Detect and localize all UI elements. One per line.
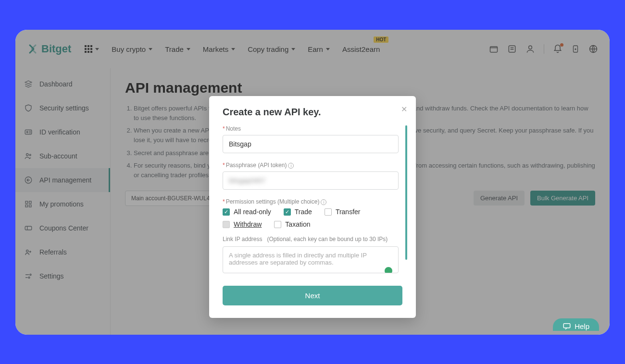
modal-title: Create a new API key. [223,107,402,118]
ip-label: Link IP address [223,236,262,243]
perm-withdraw[interactable]: Withdraw [223,220,262,228]
info-icon[interactable]: i [288,163,294,169]
app-window: Bitget Buy crypto Trade Markets Copy tra… [15,30,610,335]
info-icon[interactable]: i [321,199,326,205]
permissions-group: All read-only Trade Transfer Withdraw Ta… [223,208,399,228]
perm-all-read-only[interactable]: All read-only [223,208,271,216]
svg-rect-18 [563,324,570,328]
notes-label: *Notes [223,125,399,132]
checkbox-icon [284,208,291,216]
passphrase-input[interactable]: bitsgap0407 [223,171,399,190]
permissions-label: *Permission settings (Multiple choice)i [223,198,399,205]
close-icon[interactable]: ✕ [401,105,407,114]
ip-input[interactable]: A single address is filled in directly a… [223,246,399,273]
checkbox-icon [325,208,332,216]
perm-trade[interactable]: Trade [284,208,312,216]
ip-hint: (Optional, each key can be bound up to 3… [267,236,388,243]
checkbox-icon [223,221,230,228]
create-api-modal: ✕ Create a new API key. *Notes *Passphra… [209,96,416,318]
ip-label-row: Link IP address (Optional, each key can … [223,236,399,243]
checkbox-icon [223,208,230,216]
scrollbar[interactable] [405,125,407,260]
checkbox-icon [274,221,281,228]
chat-icon [562,322,571,330]
modal-body: *Notes *Passphrase (API token)i bitsgap0… [223,125,402,273]
help-label: Help [575,322,589,330]
passphrase-label: *Passphrase (API token)i [223,162,399,169]
notes-input[interactable] [223,135,399,153]
perm-transfer[interactable]: Transfer [325,208,361,216]
perm-taxation[interactable]: Taxation [274,220,310,228]
next-button[interactable]: Next [223,286,402,305]
ip-placeholder: A single address is filled in directly a… [229,252,367,266]
help-button[interactable]: Help [553,318,599,331]
avatar-icon [384,266,393,273]
